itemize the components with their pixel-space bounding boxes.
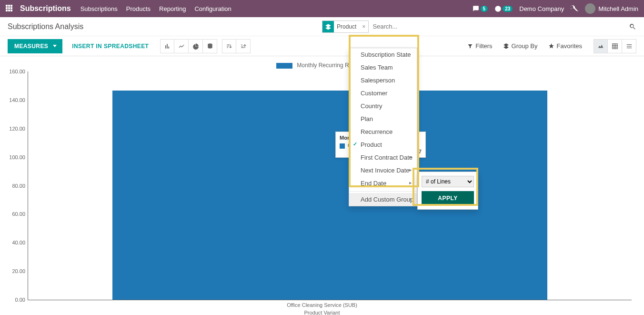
y-tick: 100.00	[6, 154, 25, 160]
star-icon	[548, 43, 554, 49]
activities-icon[interactable]: 23	[494, 5, 513, 12]
nav-configuration[interactable]: Configuration	[194, 5, 231, 12]
debug-icon[interactable]	[571, 5, 578, 12]
x-axis-title: Product Variant	[8, 310, 636, 315]
company-switcher[interactable]: Demo Company	[519, 5, 564, 12]
chart-bar-icon[interactable]	[160, 39, 174, 53]
tooltip-swatch	[340, 143, 345, 149]
groupby-item[interactable]: Subscription State	[349, 48, 417, 61]
chart-pie-icon[interactable]	[189, 39, 203, 53]
search-input[interactable]	[371, 21, 629, 32]
y-tick: 40.00	[6, 240, 25, 245]
nav-subscriptions[interactable]: Subscriptions	[80, 5, 118, 12]
svg-rect-7	[626, 46, 632, 46]
facet-remove-icon[interactable]: ×	[359, 23, 368, 30]
custom-group-field-select[interactable]: # of Lines	[422, 176, 474, 187]
groupby-item[interactable]: Salesperson	[349, 74, 417, 87]
messages-badge: 5	[481, 6, 488, 12]
sort-asc-icon[interactable]	[236, 39, 251, 53]
search-facet-product[interactable]: Product ×	[322, 20, 369, 33]
app-brand[interactable]: Subscriptions	[20, 4, 71, 13]
svg-rect-8	[626, 47, 632, 48]
y-tick: 20.00	[6, 268, 25, 274]
custom-group-subpanel: # of Lines APPLY	[417, 172, 478, 210]
view-pivot-icon[interactable]	[608, 39, 622, 53]
legend-swatch	[276, 63, 292, 69]
y-tick: 0.00	[6, 297, 25, 303]
measures-button[interactable]: MEASURES	[8, 39, 62, 53]
groupby-button[interactable]: Group By	[498, 39, 543, 53]
insert-spreadsheet-button[interactable]: INSERT IN SPREADSHEET	[65, 39, 155, 53]
add-custom-group[interactable]: Add Custom Group	[349, 193, 417, 206]
svg-rect-1	[612, 43, 617, 49]
page-title: Subscriptions Analysis	[8, 22, 83, 31]
nav-products[interactable]: Products	[126, 5, 151, 12]
messages-icon[interactable]: 5	[472, 5, 488, 12]
nav-reporting[interactable]: Reporting	[159, 5, 186, 12]
x-tick-label: Office Cleaning Service (SUB)	[8, 302, 636, 308]
groupby-item[interactable]: First Contract Date	[349, 151, 417, 164]
search-icon[interactable]	[629, 23, 636, 30]
facet-label: Product	[334, 23, 359, 30]
y-tick: 80.00	[6, 183, 25, 189]
user-name: Mitchell Admin	[598, 5, 638, 12]
view-list-icon[interactable]	[622, 39, 636, 53]
apps-icon[interactable]	[6, 5, 13, 12]
filters-button[interactable]: Filters	[463, 39, 497, 53]
groupby-item[interactable]: Sales Team	[349, 61, 417, 74]
groupby-item[interactable]: Product	[349, 138, 417, 151]
svg-rect-6	[626, 44, 632, 44]
groupby-item[interactable]: Recurrence	[349, 125, 417, 138]
funnel-icon	[467, 43, 473, 49]
y-tick: 60.00	[6, 211, 25, 217]
groupby-item[interactable]: Country	[349, 100, 417, 112]
layers-icon	[503, 43, 509, 49]
groupby-item[interactable]: Customer	[349, 87, 417, 100]
y-tick: 120.00	[6, 126, 25, 132]
groupby-item[interactable]: End Date	[349, 177, 417, 190]
user-menu[interactable]: Mitchell Admin	[585, 3, 638, 14]
layers-icon	[322, 21, 334, 32]
groupby-dropdown: Subscription StateSales TeamSalespersonC…	[349, 48, 417, 206]
apply-button[interactable]: APPLY	[422, 191, 474, 205]
y-tick: 140.00	[6, 97, 25, 103]
chart-legend: Monthly Recurring Revenue	[8, 62, 636, 69]
groupby-item[interactable]: Next Invoice Date	[349, 164, 417, 177]
groupby-item[interactable]: Plan	[349, 112, 417, 125]
chart-line-icon[interactable]	[174, 39, 189, 53]
activities-badge: 23	[503, 6, 513, 12]
favorites-button[interactable]: Favorites	[543, 39, 587, 53]
sort-desc-icon[interactable]	[222, 39, 236, 53]
chart-db-icon[interactable]	[203, 39, 217, 53]
y-tick: 160.00	[6, 69, 25, 74]
view-graph-icon[interactable]	[594, 39, 608, 53]
avatar	[585, 3, 595, 14]
chart-plot: 0.0020.0040.0060.0080.00100.00120.00140.…	[28, 71, 632, 300]
chart-bar[interactable]	[112, 91, 547, 300]
